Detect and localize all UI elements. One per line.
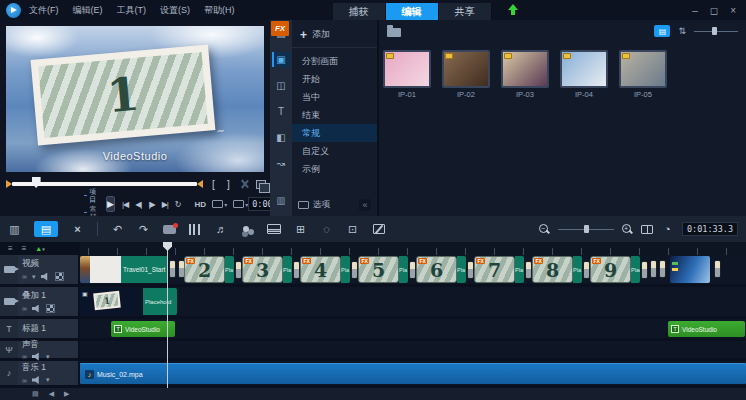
category-item[interactable]: 当中 (292, 88, 377, 106)
trim-end-handle[interactable] (197, 180, 203, 188)
track-scroll-icon[interactable]: ▤ (32, 390, 39, 398)
music-track-lane[interactable]: ♪ Music_02.mpa (80, 361, 746, 385)
split-clip-icon[interactable] (239, 179, 250, 190)
tab-capture[interactable]: 捕获 (333, 3, 386, 20)
menu-edit[interactable]: 编辑(E) (73, 4, 103, 17)
project-duration-icon[interactable]: ◔ (661, 221, 674, 237)
motion-path-icon[interactable]: ↝ (272, 156, 290, 171)
track-mute-icon[interactable] (32, 376, 41, 384)
video-clip-placeholder[interactable]: FX8Pla (532, 256, 590, 283)
mark-out-button[interactable]: ] (224, 179, 233, 190)
template-thumbnail[interactable]: IP-04 (560, 50, 608, 99)
play-button[interactable]: ▶ (106, 196, 115, 212)
undo-icon[interactable]: ↶ (111, 221, 124, 237)
redo-icon[interactable]: ↷ (137, 221, 150, 237)
category-item[interactable]: 自定义 (292, 142, 377, 160)
transparency-icon[interactable] (46, 304, 55, 313)
title-track-lane[interactable]: T VideoStudio T VideoStudio (80, 319, 746, 338)
transparency-icon[interactable] (55, 272, 64, 281)
music-clip[interactable]: ♪ Music_02.mpa (80, 363, 746, 384)
transition-library-icon[interactable]: ◫ (272, 78, 290, 93)
menu-settings[interactable]: 设置(S) (160, 4, 190, 17)
menu-help[interactable]: 帮助(H) (204, 4, 235, 17)
import-folder-icon[interactable] (387, 28, 401, 37)
title-clip[interactable]: T VideoStudio (668, 321, 745, 337)
transition-pair[interactable] (714, 260, 721, 278)
tab-share[interactable]: 共享 (439, 3, 492, 20)
link-icon[interactable]: ∞ (22, 305, 27, 312)
transition-icon[interactable] (525, 261, 532, 279)
chevron-down-icon[interactable]: ▾ (46, 353, 50, 361)
restore-button[interactable]: ◻ (710, 5, 718, 16)
prev-frame-button[interactable]: ◀| (135, 200, 141, 209)
mode-project[interactable]: 项目 (84, 188, 98, 204)
preview-mode-dropdown[interactable]: ▾ (233, 200, 248, 208)
add-track-button[interactable]: ▲▾ (35, 245, 44, 252)
scroll-left-button[interactable]: ◀ (49, 390, 54, 398)
video-clip-placeholder[interactable]: FX6Pla (416, 256, 474, 283)
home-button[interactable]: |◀ (122, 200, 128, 209)
seek-bar[interactable] (6, 177, 203, 191)
category-item[interactable]: 分割画面 (292, 52, 377, 70)
track-mute-icon[interactable] (32, 305, 41, 313)
menu-tools[interactable]: 工具(T) (117, 4, 147, 17)
graphic-library-icon[interactable]: ◧ (272, 130, 290, 145)
timeline-view-button[interactable]: ▤ (34, 221, 58, 237)
transition-pair[interactable] (650, 260, 666, 278)
mark-in-button[interactable]: [ (209, 179, 218, 190)
update-arrow-icon[interactable] (508, 4, 518, 16)
batch-edit-icon[interactable] (372, 221, 385, 237)
menu-file[interactable]: 文件(F) (29, 4, 59, 17)
transition-icon[interactable] (641, 261, 648, 279)
transition-pair[interactable] (169, 260, 185, 278)
split-screen-creator-icon[interactable]: ⊞ (294, 221, 307, 237)
add-folder-button[interactable]: + 添加 (292, 20, 377, 48)
library-panel-icon[interactable]: ▥ (272, 193, 290, 208)
minimize-button[interactable]: – (692, 5, 698, 16)
track-mute-icon[interactable] (41, 273, 50, 281)
options-button[interactable]: 选项 (298, 199, 330, 211)
video-clip-placeholder[interactable]: FX5Pla (358, 256, 416, 283)
zoom-out-icon[interactable]: − (539, 224, 550, 235)
video-track-header[interactable]: 视频 ∞ ▾ (0, 255, 78, 284)
sort-icon[interactable]: ⇅ (678, 26, 686, 36)
template-thumbnail[interactable]: IP-03 (501, 50, 549, 99)
end-button[interactable]: ▶| (162, 200, 168, 209)
template-thumbnail[interactable]: IP-05 (619, 50, 667, 99)
track-range-icon[interactable]: ⊡ (346, 221, 359, 237)
chevron-down-icon[interactable]: ▾ (46, 376, 50, 384)
transition-icon[interactable] (293, 261, 300, 279)
hd-toggle[interactable]: HD (195, 200, 207, 209)
slider-thumb[interactable] (712, 27, 717, 35)
video-clip-placeholder[interactable]: FX2Pla (184, 256, 242, 283)
fit-timeline-icon[interactable] (641, 225, 653, 234)
voice-track-header[interactable]: Ψ 声音 ∞ ▾ (0, 341, 78, 358)
close-button[interactable]: × (730, 5, 736, 16)
timeline-ruler[interactable] (80, 242, 746, 255)
category-item[interactable]: 开始 (292, 70, 377, 88)
instant-project-icon[interactable]: ▣ (272, 52, 290, 67)
video-clip-travel-start[interactable]: Travel01_Start (80, 256, 168, 283)
music-track-header[interactable]: ♪ 音乐 1 ∞ ▾ (0, 361, 78, 385)
transition-icon[interactable] (169, 260, 176, 278)
track-display-icon[interactable]: ≡ (22, 244, 27, 253)
transition-icon[interactable] (583, 261, 590, 279)
record-capture-icon[interactable] (163, 221, 176, 237)
title-library-icon[interactable]: T (272, 104, 290, 119)
video-track-lane[interactable]: Travel01_Start FX2PlaFX3PlaFX4PlaFX5PlaF… (80, 255, 746, 284)
repeat-button[interactable]: ↻ (175, 200, 181, 209)
scroll-right-button[interactable]: ▶ (64, 390, 69, 398)
auto-music-icon[interactable]: ♬ (215, 221, 228, 237)
transition-icon[interactable] (467, 261, 474, 279)
link-icon[interactable]: ∞ (22, 353, 27, 360)
voice-track-lane[interactable] (80, 341, 746, 358)
playhead[interactable] (167, 242, 168, 388)
link-icon[interactable]: ∞ (22, 273, 27, 280)
transition-icon[interactable] (351, 261, 358, 279)
transition-icon[interactable] (409, 261, 416, 279)
category-item[interactable]: 示例 (292, 160, 377, 178)
seek-thumb[interactable] (32, 177, 41, 188)
title-track-header[interactable]: T 标题 1 (0, 319, 78, 338)
track-mute-icon[interactable] (32, 353, 41, 361)
category-item[interactable]: 结束 (292, 106, 377, 124)
